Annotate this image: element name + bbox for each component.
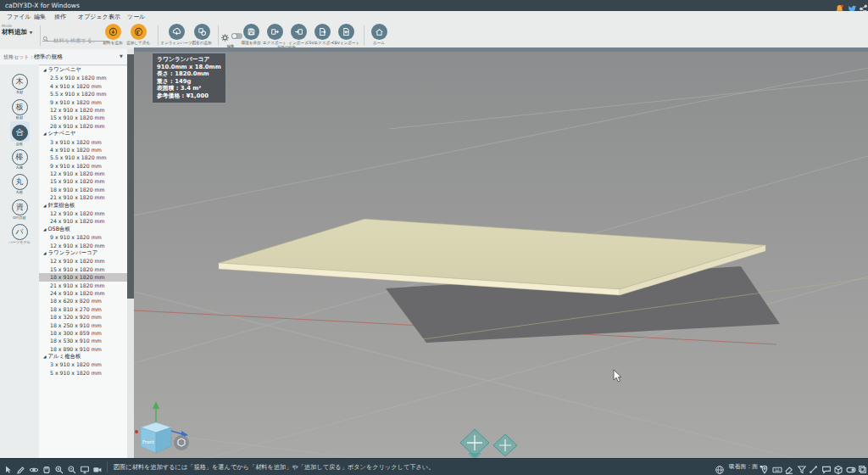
separator xyxy=(40,25,41,46)
material-size-row[interactable]: 9 x 910 x 1820 mm xyxy=(39,162,127,170)
material-size-row[interactable]: 15 x 910 x 1820 mm xyxy=(39,177,127,185)
material-size-row[interactable]: 12 x 910 x 1820 mm xyxy=(39,210,127,217)
gear-icon xyxy=(220,31,231,42)
add-and-return-button[interactable]: 追加して戻る xyxy=(120,24,157,45)
copy-layers-icon[interactable] xyxy=(858,462,868,472)
material-size-row[interactable]: 18 x 300 x 859 mm xyxy=(39,329,127,337)
keyboard-icon[interactable] xyxy=(772,462,782,472)
standard-set-value: 標準の規格 xyxy=(34,53,63,61)
chevron-down-icon: ▼ xyxy=(120,53,123,59)
material-size-row[interactable]: 9 x 910 x 1820 mm xyxy=(39,233,127,241)
search-placeholder: 材料を検索する。 xyxy=(53,37,97,44)
nav-cube-label: Front xyxy=(142,439,155,444)
group-name: OSB合板 xyxy=(48,226,70,232)
standard-set-dropdown[interactable]: 規格セット： 標準の規格 ▼ xyxy=(0,49,127,65)
material-group-header[interactable]: ◢シナベニヤ xyxy=(39,130,127,137)
material-size-row[interactable]: 18 x 250 x 910 mm xyxy=(39,321,127,329)
comment-bubble-icon[interactable] xyxy=(821,462,832,472)
material-size-row[interactable]: 18 x 810 x 270 mm xyxy=(39,305,127,313)
pan-hand-icon[interactable] xyxy=(42,462,52,472)
category-パーツモデル[interactable]: パパーツモデル xyxy=(0,221,39,246)
material-size-row[interactable]: 18 x 320 x 920 mm xyxy=(39,313,127,321)
material-group-header[interactable]: ◢ラワンベニヤ xyxy=(39,66,127,74)
tooltip-price: 参考価格 : ¥1,000 xyxy=(157,92,221,100)
group-name: ラワンランバーコア xyxy=(48,249,98,256)
material-size-row[interactable]: 12 x 910 x 1820 mm xyxy=(39,257,127,265)
menu-view[interactable]: 表示 xyxy=(108,11,120,23)
select-cursor-icon[interactable] xyxy=(3,462,14,472)
material-group-header[interactable]: ◢アルミ複合板 xyxy=(39,353,127,360)
material-size-row[interactable]: 24 x 910 x 1820 mm xyxy=(39,289,127,297)
material-size-row[interactable]: 18 x 910 x 1820 mm xyxy=(39,186,127,193)
category-木材[interactable]: 木木材 xyxy=(0,71,39,96)
menu-tools[interactable]: ツール xyxy=(127,11,145,23)
expander-triangle-icon: ◢ xyxy=(43,68,47,72)
monitor-icon[interactable] xyxy=(80,462,90,472)
eraser-icon[interactable] xyxy=(784,462,794,472)
group-name: ラワンベニヤ xyxy=(48,66,81,73)
material-group-header[interactable]: ◢ラワンランバーコア xyxy=(39,249,127,257)
material-size-row[interactable]: 21 x 910 x 1820 mm xyxy=(39,282,127,289)
material-size-row[interactable]: 21 x 910 x 1820 mm xyxy=(39,193,127,201)
material-size-row[interactable]: 18 x 910 x 1820 mm xyxy=(39,273,127,281)
material-size-row[interactable]: 2.5 x 910 x 1820 mm xyxy=(39,74,127,81)
twitter-bird-icon[interactable] xyxy=(848,1,857,10)
snap-face-dropdown[interactable]: 吸着面：面 ▼ xyxy=(729,459,763,475)
menu-file[interactable]: ファイル xyxy=(7,11,31,23)
zoom-out-icon[interactable] xyxy=(67,462,77,472)
home-button[interactable]: ホーム xyxy=(360,24,398,45)
notification-bell-icon[interactable] xyxy=(835,1,844,10)
material-size-row[interactable]: 3 x 910 x 1820 mm xyxy=(39,138,127,146)
material-size-row[interactable]: 3 x 910 x 1820 mm xyxy=(39,360,127,368)
x-axis-arrow xyxy=(135,430,138,433)
globe-icon[interactable] xyxy=(715,462,725,472)
share-icon[interactable] xyxy=(859,1,868,10)
category-strip: 木木材板板材合合板棒丸棒丸丸板資DIY資材パパーツモデル xyxy=(0,64,39,458)
pin-icon[interactable] xyxy=(760,462,770,472)
filter-funnel-icon[interactable] xyxy=(797,462,807,472)
material-size-row[interactable]: 4 x 910 x 1820 mm xyxy=(39,146,127,154)
material-size-row[interactable]: 28 x 910 x 1820 mm xyxy=(39,122,127,130)
material-size-row[interactable]: 12 x 910 x 1820 mm xyxy=(39,106,127,114)
pencil-icon[interactable] xyxy=(16,462,26,472)
projection-toggle[interactable] xyxy=(174,435,189,450)
material-size-row[interactable]: 15 x 910 x 1820 mm xyxy=(39,114,127,121)
category-丸棒[interactable]: 棒丸棒 xyxy=(0,147,39,171)
button-label: 追加して戻る xyxy=(120,41,157,45)
camera-icon[interactable] xyxy=(92,462,103,472)
list-scrollbar-thumb[interactable] xyxy=(127,54,134,299)
3d-viewport[interactable]: Front xyxy=(134,48,868,458)
material-size-row[interactable]: 5.5 x 910 x 1820 mm xyxy=(39,90,127,98)
material-size-row[interactable]: 18 x 620 x 820 mm xyxy=(39,297,127,305)
material-size-row[interactable]: 9 x 910 x 1820 mm xyxy=(39,98,127,106)
menu-operation[interactable]: 操作 xyxy=(54,11,66,23)
category-板材[interactable]: 板板材 xyxy=(0,97,39,121)
material-size-row[interactable]: 12 x 910 x 1820 mm xyxy=(39,242,127,249)
expander-triangle-icon: ◢ xyxy=(43,355,47,359)
toggle-icon[interactable] xyxy=(846,462,856,472)
material-size-row[interactable]: 18 x 530 x 910 mm xyxy=(39,337,127,344)
material-group-header[interactable]: ◢針葉樹合板 xyxy=(39,202,127,210)
category-label: 丸棒 xyxy=(0,165,39,170)
add-return-icon xyxy=(131,24,147,40)
category-合板[interactable]: 合合板 xyxy=(0,121,39,146)
material-size-row[interactable]: 5 x 910 x 1820 mm xyxy=(39,369,127,377)
material-group-header[interactable]: ◢OSB合板 xyxy=(39,226,127,233)
zoom-in-icon[interactable] xyxy=(54,462,64,472)
menu-bar: ファイル編集操作オブジェクト表示ツール xyxy=(0,11,868,23)
orbit-icon[interactable] xyxy=(29,462,39,472)
material-size-row[interactable]: 24 x 910 x 1820 mm xyxy=(39,217,127,225)
category-丸板[interactable]: 丸丸板 xyxy=(0,171,39,196)
mode-dropdown[interactable]: Mode 材料追加 ▼ xyxy=(2,24,39,36)
material-size-row[interactable]: 15 x 910 x 1820 mm xyxy=(39,265,127,273)
category-DIY資材[interactable]: 資DIY資材 xyxy=(0,197,39,221)
material-size-row[interactable]: 4 x 910 x 1820 mm xyxy=(39,82,127,90)
menu-edit[interactable]: 編集 xyxy=(34,11,46,23)
material-size-row[interactable]: 5.5 x 910 x 1820 mm xyxy=(39,154,127,161)
title-bar: caDIY3D-X for Windows xyxy=(0,0,868,11)
material-size-row[interactable]: 12 x 910 x 1820 mm xyxy=(39,170,127,177)
cube-icon[interactable] xyxy=(833,462,843,472)
material-size-row[interactable]: 18 x 890 x 910 mm xyxy=(39,345,127,353)
category-label: 木材 xyxy=(0,90,39,94)
measure-icon[interactable] xyxy=(809,462,819,472)
